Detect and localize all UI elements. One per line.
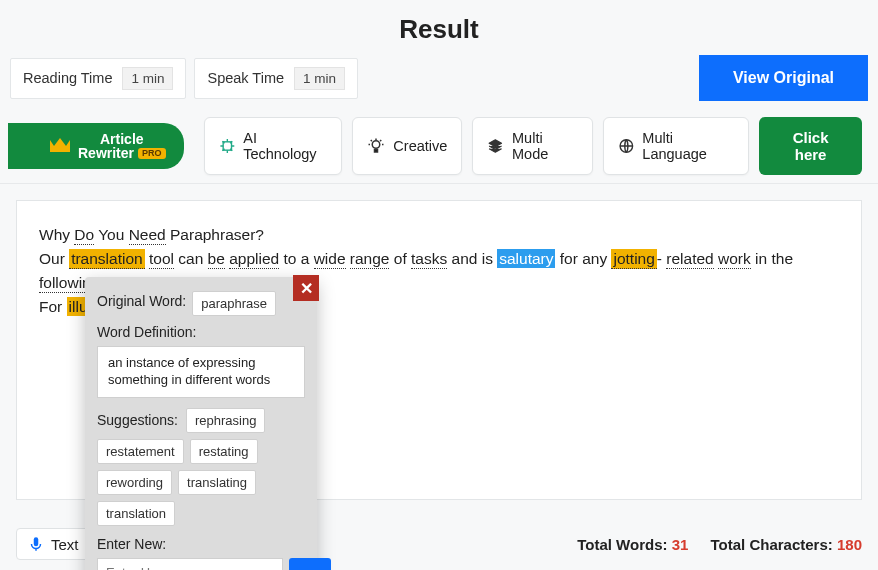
- text: Paraphraser?: [166, 226, 264, 243]
- word-tool[interactable]: tool: [149, 250, 174, 269]
- word-be[interactable]: be: [208, 250, 225, 269]
- pro-badge: PRO: [138, 148, 166, 159]
- ai-technology-button[interactable]: AI Technology: [204, 117, 343, 175]
- click-here-button[interactable]: Click here: [759, 117, 862, 175]
- microphone-icon: [27, 535, 45, 553]
- ribbon-line1: Article: [100, 132, 144, 146]
- word-range[interactable]: range: [350, 250, 390, 269]
- word-jotting[interactable]: jotting: [611, 249, 656, 269]
- suggestion-item[interactable]: rephrasing: [186, 408, 265, 433]
- suggestion-item[interactable]: restating: [190, 439, 258, 464]
- multi-mode-label: Multi Mode: [512, 130, 578, 162]
- text: and is: [447, 250, 497, 267]
- suggestion-item[interactable]: restatement: [97, 439, 184, 464]
- text: of: [389, 250, 411, 267]
- creative-label: Creative: [393, 138, 447, 154]
- article-rewriter-ribbon[interactable]: Article Rewriter PRO: [8, 123, 184, 169]
- view-original-button[interactable]: View Original: [699, 55, 868, 101]
- chip-icon: [219, 137, 236, 155]
- total-chars-label: Total Characters:: [711, 536, 837, 553]
- text: Our: [39, 250, 69, 267]
- total-words-value: 31: [672, 536, 689, 553]
- definition-box: an instance of expressing something in d…: [97, 346, 305, 398]
- total-words-label: Total Words:: [577, 536, 671, 553]
- reading-time-label: Reading Time: [23, 70, 112, 86]
- creative-button[interactable]: Creative: [352, 117, 462, 175]
- ai-technology-label: AI Technology: [243, 130, 327, 162]
- text: You: [94, 226, 129, 243]
- word-popup: ✕ Original Word: paraphrase Word Definit…: [85, 277, 317, 570]
- text: For: [39, 298, 67, 315]
- word-translation[interactable]: translation: [69, 249, 145, 269]
- original-word-value[interactable]: paraphrase: [192, 291, 276, 316]
- enter-new-input[interactable]: [97, 558, 283, 570]
- suggestions-label: Suggestions:: [97, 412, 178, 428]
- top-stats-row: Reading Time 1 min Speak Time 1 min View…: [0, 55, 878, 101]
- tts-label: Text: [51, 536, 79, 553]
- definition-label: Word Definition:: [97, 324, 305, 340]
- text-to-speech-button[interactable]: Text: [16, 528, 90, 560]
- word-wide[interactable]: wide: [314, 250, 346, 269]
- svg-rect-3: [34, 537, 39, 546]
- text: in the: [751, 250, 793, 267]
- svg-point-1: [373, 141, 381, 149]
- page-title: Result: [0, 0, 878, 55]
- reading-time-box: Reading Time 1 min: [10, 58, 186, 99]
- suggestion-item[interactable]: translating: [178, 470, 256, 495]
- text: Why: [39, 226, 74, 243]
- original-word-label: Original Word:: [97, 293, 186, 309]
- feature-row: Article Rewriter PRO AI Technology Creat…: [0, 109, 878, 184]
- multi-language-button[interactable]: Multi Language: [603, 117, 750, 175]
- text: can: [174, 250, 208, 267]
- word-tasks[interactable]: tasks: [411, 250, 447, 269]
- word-salutary[interactable]: salutary: [497, 249, 555, 268]
- word-work[interactable]: work: [718, 250, 751, 269]
- text: for any: [555, 250, 611, 267]
- word-related[interactable]: related: [666, 250, 713, 269]
- lightbulb-icon: [367, 137, 385, 155]
- enter-new-label: Enter New:: [97, 536, 305, 552]
- word-need[interactable]: Need: [129, 226, 166, 245]
- suggestions-group: Suggestions: rephrasing restatement rest…: [97, 408, 305, 526]
- crown-icon: [48, 136, 72, 156]
- word-applied[interactable]: applied: [229, 250, 279, 269]
- use-button[interactable]: use: [289, 558, 331, 570]
- speak-time-box: Speak Time 1 min: [194, 58, 358, 99]
- word-do[interactable]: Do: [74, 226, 94, 245]
- speak-time-value: 1 min: [294, 67, 345, 90]
- suggestion-item[interactable]: rewording: [97, 470, 172, 495]
- reading-time-value: 1 min: [122, 67, 173, 90]
- layers-icon: [487, 137, 504, 155]
- multi-language-label: Multi Language: [642, 130, 734, 162]
- multi-mode-button[interactable]: Multi Mode: [472, 117, 592, 175]
- close-icon: ✕: [300, 279, 313, 298]
- suggestion-item[interactable]: translation: [97, 501, 175, 526]
- total-chars-value: 180: [837, 536, 862, 553]
- globe-icon: [618, 137, 635, 155]
- speak-time-label: Speak Time: [207, 70, 284, 86]
- text: to a: [279, 250, 313, 267]
- close-popup-button[interactable]: ✕: [293, 275, 319, 301]
- ribbon-line2: Rewriter: [78, 146, 134, 160]
- text: -: [657, 250, 666, 267]
